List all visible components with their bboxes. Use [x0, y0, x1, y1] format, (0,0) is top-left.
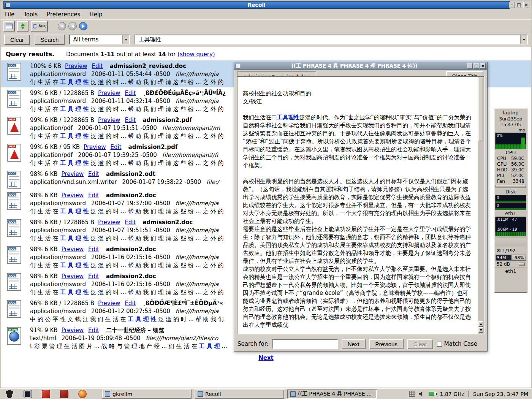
disk-read-chart: 0: [495, 195, 526, 203]
find-clear-button[interactable]: Clear: [407, 339, 433, 349]
doc-file-icon: DOC: [4, 218, 24, 242]
find-next-button[interactable]: Next: [342, 339, 366, 349]
task-recoll[interactable]: Recoll: [195, 390, 284, 399]
darkred-app-launcher-icon[interactable]: [60, 390, 68, 398]
result-mimetype: application/msword: [30, 254, 86, 261]
task-gkrellm[interactable]: gkrellm: [102, 390, 192, 399]
clear-button[interactable]: Clear: [4, 35, 30, 45]
chevron-down-icon[interactable]: [122, 35, 129, 44]
search-mode-select[interactable]: All terms: [69, 35, 130, 44]
match-case-checkbox[interactable]: [437, 342, 442, 347]
result-relevance: 98% 6 KB / 1228865 B: [30, 219, 94, 226]
sensor-row: GPU 56.0C: [495, 162, 527, 167]
result-datetime: 2006-01-12 00:27:53 -0500: [91, 308, 170, 315]
taskbar-clock[interactable]: Sun Sep 23, 3:47 PM: [468, 391, 528, 397]
query-details-button[interactable]: [3, 21, 15, 32]
preview-link[interactable]: Preview: [62, 192, 84, 199]
edit-link[interactable]: Edit: [125, 90, 136, 97]
edit-link[interactable]: Edit: [92, 63, 103, 70]
result-relevance: 96% 8 KB / 1228865 B: [30, 300, 94, 307]
preview-app-icon: [236, 64, 240, 68]
minimize-icon[interactable]: –: [509, 2, 515, 8]
find-previous-button[interactable]: Previous: [369, 339, 404, 349]
gkrellm-panel[interactable]: laptop Sun23Sep 15:47 05 mo 0% CPU CPU 5…: [494, 108, 527, 293]
edit-link[interactable]: Edit: [88, 327, 99, 334]
menu-file[interactable]: File: [5, 11, 14, 18]
edit-link[interactable]: Edit: [125, 219, 136, 226]
paw-launcher-icon[interactable]: [5, 390, 14, 398]
cpu-chart: 0%: [495, 133, 526, 149]
volume-knob[interactable]: [519, 263, 525, 266]
sensor-name: PCI: [497, 173, 504, 179]
menu-help[interactable]: Help: [89, 11, 102, 18]
edit-link[interactable]: Edit: [125, 300, 136, 307]
result-filename: admission2.doc: [106, 273, 156, 280]
menubar: FileToolsPreferencesHelp: [0, 10, 532, 19]
task-preview[interactable]: ((工 PHRASE 4 具 PHRASE ...: [287, 390, 377, 399]
preview-document-text: 高校招生的社会功能和目的文/钱江我们生活在□工具理性泛滥的时代。作为“世之显学”…: [238, 77, 477, 334]
preview-link[interactable]: Preview: [98, 300, 120, 307]
pager-grid-icon[interactable]: [409, 391, 415, 397]
preview-link[interactable]: Preview: [98, 90, 120, 97]
result-mimetype: text/html: [30, 335, 56, 342]
menu-tools[interactable]: Tools: [24, 11, 38, 18]
edit-link[interactable]: Edit: [125, 117, 136, 124]
sort-button[interactable]: [17, 21, 28, 32]
edit-link[interactable]: Edit: [88, 246, 99, 253]
preview-link[interactable]: Preview: [84, 144, 106, 150]
preview-link[interactable]: Preview: [98, 219, 120, 226]
maximize-icon[interactable]: □: [516, 2, 522, 8]
preview-link[interactable]: Preview: [62, 273, 84, 280]
edit-link[interactable]: Edit: [88, 192, 99, 199]
sensor-name: GPU: [497, 162, 507, 167]
fan-value: 3348: [513, 179, 524, 184]
term-explorer-button[interactable]: ÂBÇ: [31, 21, 48, 32]
firefox-launcher-icon[interactable]: [78, 390, 87, 398]
scrollbar-thumb[interactable]: [478, 78, 483, 141]
match-case-option[interactable]: Match Case: [437, 340, 477, 347]
preview-window[interactable]: ((工 PHRASE 4 具 PHRASE 4 理 PHRASE 4 性)) –…: [234, 62, 488, 352]
search-button[interactable]: Search: [35, 35, 65, 45]
history-back-icon[interactable]: [58, 22, 66, 30]
preview-paragraph: 我们生活在□工具理性泛滥的时代。作为“世之显学”的诸种以“事实”与“价值”的二分…: [243, 114, 472, 169]
battery-icon[interactable]: [429, 392, 436, 396]
preview-minimize-icon[interactable]: –: [467, 63, 473, 69]
result-relevance: 99% 6 KB / 1228865 B: [30, 117, 94, 124]
red-app-launcher-icon[interactable]: [42, 390, 50, 398]
scroll-up-icon[interactable]: ▲: [478, 321, 483, 327]
result-url: file:///home/qia: [176, 227, 219, 234]
preview-close-icon[interactable]: ×: [480, 63, 486, 69]
sensor-row: PCI 52.0C: [495, 173, 527, 179]
history-back-alt-icon[interactable]: [68, 22, 77, 30]
result-url: file:///home/qia: [176, 281, 219, 288]
scroll-down-icon[interactable]: ▼: [478, 327, 483, 333]
preview-scrollbar[interactable]: ▲ ▼: [478, 77, 484, 334]
query-history-chevron-icon[interactable]: [520, 35, 527, 44]
edit-link[interactable]: Edit: [88, 273, 99, 280]
query-combo[interactable]: [135, 35, 528, 44]
menu-preferences[interactable]: Preferences: [47, 11, 80, 18]
next-page-link[interactable]: Next: [258, 355, 274, 361]
show-query-link[interactable]: (show query): [177, 51, 215, 58]
preview-titlebar[interactable]: ((工 PHRASE 4 具 PHRASE 4 理 PHRASE 4 性)) –…: [234, 62, 487, 70]
search-input[interactable]: [135, 36, 520, 43]
result-url: file:///home/qia: [176, 71, 219, 78]
titlebar-blue-area[interactable]: Recoll: [3, 1, 510, 9]
find-input[interactable]: [272, 339, 338, 349]
preview-link[interactable]: Preview: [65, 63, 87, 70]
preview-link[interactable]: Preview: [62, 246, 84, 253]
terminal-launcher-icon[interactable]: [24, 390, 32, 398]
preview-link[interactable]: Preview: [62, 171, 84, 177]
mail-row: ✉ 1/192: [495, 248, 527, 254]
edit-link[interactable]: Edit: [88, 171, 99, 177]
edit-link[interactable]: Edit: [111, 144, 122, 150]
doc-file-icon: DOC: [4, 272, 24, 296]
preview-link[interactable]: Preview: [98, 117, 120, 124]
speaker-icon[interactable]: [419, 391, 425, 397]
preview-link[interactable]: Preview: [62, 327, 84, 334]
preview-maximize-icon[interactable]: □: [473, 63, 479, 69]
close-icon[interactable]: ×: [523, 2, 529, 8]
result-relevance: 100% 6 KB: [30, 63, 61, 70]
history-forward-icon[interactable]: [79, 22, 87, 30]
window-titlebar[interactable]: Recoll – □ ×: [0, 0, 532, 10]
